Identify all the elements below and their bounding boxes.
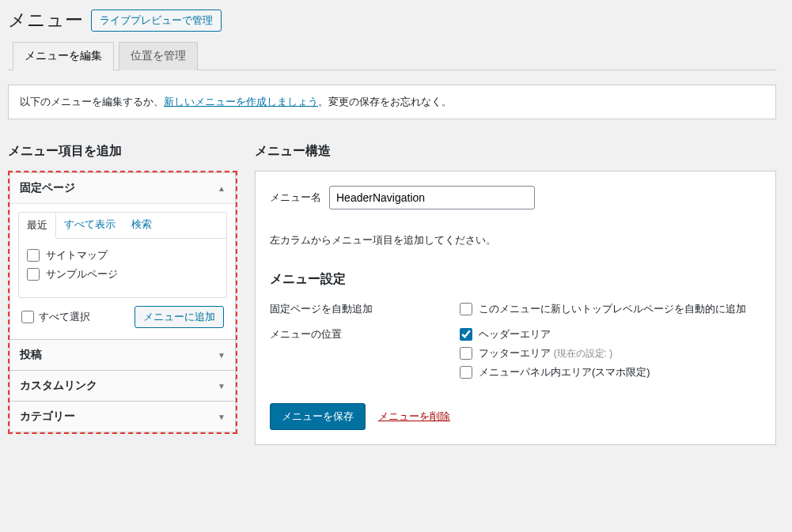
accordion-posts-label: 投稿 [20,348,42,362]
location-header-label: ヘッダーエリア [479,327,551,341]
save-menu-button[interactable]: メニューを保存 [270,403,366,430]
page-item-sitemap[interactable]: サイトマップ [27,248,218,262]
page-item-sample-label: サンプルページ [46,267,118,281]
tab-manage-locations[interactable]: 位置を管理 [119,42,198,70]
create-new-menu-link[interactable]: 新しいメニューを作成しましょう [164,96,318,108]
chevron-up-icon [218,184,225,193]
auto-add-checkbox[interactable] [460,303,472,315]
page-item-sitemap-checkbox[interactable] [27,249,40,262]
accordion-posts-header[interactable]: 投稿 [10,340,235,370]
page-item-sitemap-label: サイトマップ [46,248,108,262]
auto-add-check[interactable]: このメニューに新しいトップレベルページを自動的に追加 [460,302,761,316]
tab-edit-menus[interactable]: メニューを編集 [13,42,114,70]
delete-menu-link[interactable]: メニューを削除 [378,409,450,424]
auto-add-check-label: このメニューに新しいトップレベルページを自動的に追加 [479,302,746,316]
location-header[interactable]: ヘッダーエリア [460,327,761,341]
chevron-down-icon [218,413,225,421]
select-all-label: すべて選択 [39,310,90,324]
accordion-pages-header[interactable]: 固定ページ [10,173,235,203]
inner-tab-all[interactable]: すべて表示 [56,213,123,238]
location-panel-checkbox[interactable] [460,366,472,379]
menu-name-input[interactable] [329,186,535,209]
location-panel[interactable]: メニューパネル内エリア(スマホ限定) [460,365,761,379]
page-item-sample[interactable]: サンプルページ [27,267,218,281]
page-item-sample-checkbox[interactable] [27,268,40,281]
menu-settings-heading: メニュー設定 [270,271,761,288]
menu-empty-hint: 左カラムからメニュー項目を追加してください。 [270,233,761,247]
accordion: 固定ページ 最近 すべて表示 検索 [9,172,236,432]
location-footer[interactable]: フッターエリア (現在の設定: ) [460,346,761,360]
accordion-categories-header[interactable]: カテゴリー [10,402,235,432]
select-all[interactable]: すべて選択 [21,310,90,324]
accordion-custom-label: カスタムリンク [20,379,97,393]
inner-tab-search[interactable]: 検索 [123,213,160,238]
location-footer-checkbox[interactable] [460,347,472,360]
location-header-checkbox[interactable] [460,328,472,341]
accordion-categories-label: カテゴリー [20,409,75,424]
accordion-custom-header[interactable]: カスタムリンク [10,371,235,401]
highlight-box: 固定ページ 最近 すべて表示 検索 [8,171,237,434]
live-preview-button[interactable]: ライブプレビューで管理 [91,9,222,32]
add-to-menu-button[interactable]: メニューに追加 [135,306,224,328]
location-footer-label: フッターエリア [479,346,551,360]
menu-name-label: メニュー名 [270,191,321,205]
menu-structure-box: メニュー名 左カラムからメニュー項目を追加してください。 メニュー設定 固定ペー… [255,171,776,445]
accordion-pages-label: 固定ページ [20,181,75,195]
location-panel-label: メニューパネル内エリア(スマホ限定) [479,365,650,379]
nav-tabs: メニューを編集 位置を管理 [8,42,776,70]
add-items-heading: メニュー項目を追加 [8,143,237,160]
menu-structure-heading: メニュー構造 [255,143,776,160]
chevron-down-icon [218,382,225,391]
notice: 以下のメニューを編集するか、新しいメニューを作成しましょう。変更の保存をお忘れな… [8,85,776,119]
notice-suffix: 。変更の保存をお忘れなく。 [318,96,452,108]
location-label: メニューの位置 [270,324,460,387]
notice-prefix: 以下のメニューを編集するか、 [20,96,164,108]
auto-add-label: 固定ページを自動追加 [270,299,460,324]
location-footer-note: (現在の設定: ) [554,347,613,360]
chevron-down-icon [218,351,225,360]
page-title: メニュー [8,8,83,32]
select-all-checkbox[interactable] [21,311,34,323]
inner-tab-recent[interactable]: 最近 [19,213,56,239]
